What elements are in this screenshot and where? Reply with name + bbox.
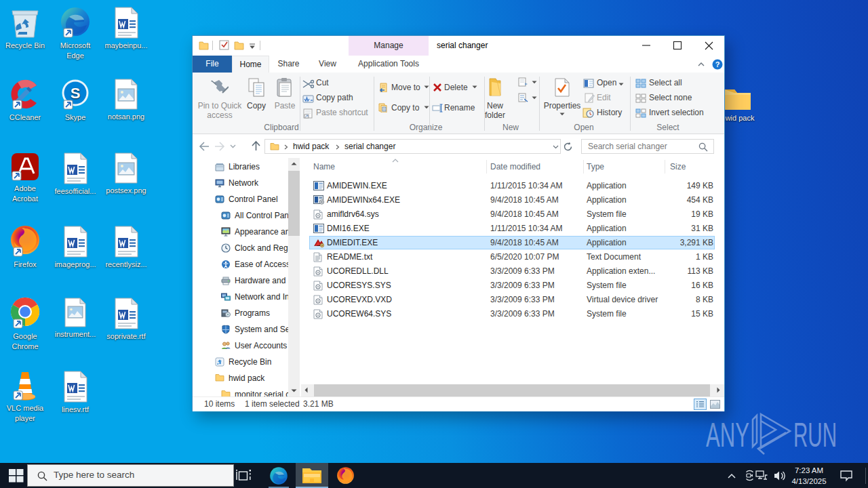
svg-text:RUN: RUN [793,416,837,454]
svg-text:?: ? [715,60,720,68]
svg-text:ANY: ANY [706,416,749,454]
svg-text:S: S [71,85,81,102]
